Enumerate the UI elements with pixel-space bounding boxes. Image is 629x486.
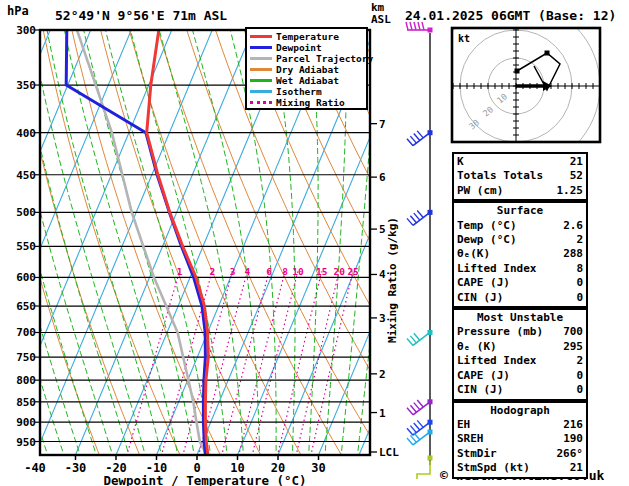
panel-row: SREH190: [457, 432, 583, 446]
km-tick-label: 1: [379, 407, 386, 420]
pressure-tick-label: 300: [16, 24, 36, 37]
temp-tick-label: -30: [65, 461, 87, 475]
mixing-ratio-axis-label: Mixing Ratio (g/kg): [386, 217, 399, 343]
legend-label: Dry Adiabat: [276, 64, 339, 75]
panel-row-label: CIN (J): [457, 291, 503, 305]
mixing-ratio-value-label: 3: [230, 266, 236, 277]
panel-most-unstable: Most UnstablePressure (mb)700θₑ (K)295Li…: [452, 308, 588, 400]
wet-adiabat-line: [106, 30, 212, 460]
panel-row-value: 2: [576, 354, 583, 368]
pressure-tick-label: 700: [16, 326, 36, 339]
panel-row-label: K: [457, 155, 464, 169]
legend-swatch-dotted: [250, 101, 272, 104]
panel-row-value: 2: [576, 233, 583, 247]
mixing-ratio-value-label: 20: [334, 266, 346, 277]
mixing-ratio-value-label: 2: [209, 266, 215, 277]
panel-row-value: 1.25: [557, 184, 584, 198]
km-tick-label: 4: [379, 268, 386, 281]
legend-label: Wet Adiabat: [276, 75, 339, 86]
panel-row-label: PW (cm): [457, 184, 503, 198]
pressure-tick-label: 850: [16, 396, 36, 409]
legend-item: Dry Adiabat: [250, 64, 366, 75]
legend-item: Temperature: [250, 31, 366, 42]
panel-row-label: StmDir: [457, 447, 497, 461]
temp-tick-label: -40: [24, 461, 46, 475]
km-tick-label: 7: [379, 118, 386, 131]
panel-row-label: CIN (J): [457, 383, 503, 397]
wind-barb-850: [407, 399, 433, 415]
km-tick-label: 5: [379, 223, 386, 236]
panel-row: θₑ (K)295: [457, 340, 583, 354]
panel-title: Hodograph: [457, 404, 583, 418]
panel-row-label: Lifted Index: [457, 262, 536, 276]
legend-swatch-solid: [250, 57, 272, 60]
wind-barb-300: [406, 22, 433, 33]
legend-swatch-solid: [250, 90, 272, 93]
pressure-tick-label: 400: [16, 127, 36, 140]
pressure-tick-label: 350: [16, 79, 36, 92]
panel-row: θₑ(K)288: [457, 247, 583, 261]
wet-adiabat-line: [0, 30, 1, 460]
panel-title: Surface: [457, 204, 583, 218]
legend-label: Parcel Trajectory: [276, 53, 373, 64]
km-tick-label: 2: [379, 368, 386, 381]
pressure-tick-label: 600: [16, 271, 36, 284]
panel-row: Temp (°C)2.6: [457, 219, 583, 233]
pressure-tick-label: 450: [16, 169, 36, 182]
panel-row: CIN (J)0: [457, 383, 583, 397]
panel-row: Dewp (°C)2: [457, 233, 583, 247]
panel-row-value: 0: [576, 369, 583, 383]
panel-row-value: 295: [563, 340, 583, 354]
legend-item: Dewpoint: [250, 42, 366, 53]
wind-barb-700: [407, 330, 433, 346]
x-axis-title: Dewpoint / Temperature (°C): [103, 473, 306, 486]
legend-label: Mixing Ratio: [276, 97, 345, 108]
legend-label: Dewpoint: [276, 42, 322, 53]
wind-barb-400: [407, 130, 433, 146]
legend-item: Isotherm: [250, 86, 366, 97]
wet-adiabat-line: [0, 30, 17, 460]
panel-row: CIN (J)0: [457, 291, 583, 305]
sounding-page: hPa 52°49'N 9°56'E 71m ASL 24.01.2025 06…: [0, 0, 629, 486]
panel-row-value: 266°: [557, 447, 584, 461]
panel-row-value: 216: [563, 418, 583, 432]
panel-row: Pressure (mb)700: [457, 325, 583, 339]
panel-hodograph: HodographEH216SREH190StmDir266°StmSpd (k…: [452, 401, 588, 479]
panel-row-value: 52: [570, 169, 583, 183]
pressure-tick-label: 550: [16, 240, 36, 253]
panel-title: Most Unstable: [457, 311, 583, 325]
panel-row-value: 21: [570, 155, 583, 169]
panel-row-label: θₑ(K): [457, 247, 490, 261]
panel-row: StmDir266°: [457, 447, 583, 461]
panel-row-label: Lifted Index: [457, 354, 536, 368]
panel-row: CAPE (J)0: [457, 276, 583, 290]
isotherm-line: [35, 30, 212, 455]
pressure-tick-label: 800: [16, 374, 36, 387]
legend-label: Temperature: [276, 31, 339, 42]
km-tick-label: 3: [379, 312, 386, 325]
mixing-ratio-value-label: 10: [292, 266, 304, 277]
panel-row: Totals Totals52: [457, 169, 583, 183]
dry-adiabat-line: [72, 30, 221, 456]
panel-row: StmSpd (kt)21: [457, 461, 583, 475]
panel-row: K21: [457, 155, 583, 169]
mixing-ratio-value-label: 15: [316, 266, 328, 277]
panel-row-value: 0: [576, 383, 583, 397]
isotherm-line: [0, 30, 91, 455]
surface-wind-marker: [417, 456, 433, 480]
panel-row-label: Pressure (mb): [457, 325, 543, 339]
legend-item: Parcel Trajectory: [250, 53, 366, 64]
panel-row-value: 288: [563, 247, 583, 261]
pressure-tick-label: 950: [16, 436, 36, 449]
pressure-tick-label: 750: [16, 351, 36, 364]
isotherm-line: [76, 30, 253, 455]
mixing-ratio-value-label: 8: [282, 266, 288, 277]
legend-item: Wet Adiabat: [250, 75, 366, 86]
panel-row: CAPE (J)0: [457, 369, 583, 383]
dry-adiabat-line: [0, 30, 100, 456]
mixing-ratio-line: [277, 272, 321, 457]
panel-row: Lifted Index2: [457, 354, 583, 368]
panel-row-value: 2.6: [563, 219, 583, 233]
panel-row-label: StmSpd (kt): [457, 461, 530, 475]
panel-row-value: 8: [576, 262, 583, 276]
